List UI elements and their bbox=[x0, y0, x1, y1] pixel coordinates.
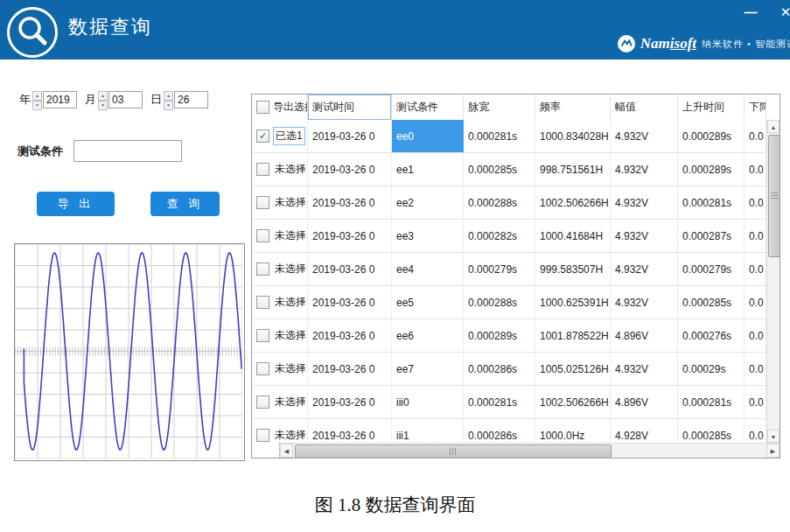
month-up-icon[interactable]: ▲ bbox=[98, 91, 108, 101]
cell-test-time[interactable]: 2019-03-26 0 bbox=[308, 220, 392, 252]
scroll-down-icon[interactable]: ▼ bbox=[767, 430, 780, 443]
cell-frequency[interactable]: 1000.0Hz bbox=[535, 419, 611, 443]
column-header[interactable]: 幅值 bbox=[611, 94, 678, 120]
condition-input[interactable] bbox=[73, 140, 182, 162]
month-field[interactable] bbox=[108, 91, 143, 108]
cell-fall-time[interactable]: 0.0 bbox=[745, 120, 766, 152]
table-row[interactable]: 未选择2019-03-26 0ee60.000289s1001.878522H4… bbox=[252, 319, 766, 353]
row-checkbox[interactable] bbox=[256, 362, 269, 375]
query-button[interactable]: 查 询 bbox=[150, 192, 220, 216]
cell-test-condition[interactable]: iii0 bbox=[392, 386, 464, 418]
cell-rise-time[interactable]: 0.000285s bbox=[678, 286, 745, 318]
cell-test-time[interactable]: 2019-03-26 0 bbox=[308, 120, 392, 152]
cell-amplitude[interactable]: 4.932V bbox=[611, 186, 678, 219]
cell-fall-time[interactable]: 0.0 bbox=[745, 386, 766, 418]
cell-frequency[interactable]: 1005.025126H bbox=[535, 353, 611, 385]
year-field[interactable] bbox=[43, 91, 77, 108]
row-checkbox[interactable] bbox=[256, 262, 269, 276]
cell-pulse-width[interactable]: 0.000282s bbox=[464, 220, 535, 252]
cell-test-condition[interactable]: ee3 bbox=[392, 220, 464, 252]
cell-amplitude[interactable]: 4.932V bbox=[611, 286, 678, 318]
cell-rise-time[interactable]: 0.000276s bbox=[678, 319, 745, 352]
day-down-icon[interactable]: ▼ bbox=[164, 101, 173, 110]
cell-export-select[interactable]: 未选择 bbox=[252, 286, 308, 318]
column-header[interactable]: 上升时间 bbox=[678, 94, 745, 120]
cell-rise-time[interactable]: 0.00029s bbox=[678, 353, 745, 385]
row-checkbox[interactable] bbox=[256, 229, 269, 242]
table-row[interactable]: 未选择2019-03-26 0ee50.000288s1000.625391H4… bbox=[252, 286, 766, 319]
day-field[interactable] bbox=[174, 91, 208, 108]
cell-test-condition[interactable]: iii1 bbox=[392, 419, 464, 443]
column-header[interactable]: 测试时间 bbox=[308, 94, 392, 120]
cell-pulse-width[interactable]: 0.000281s bbox=[464, 386, 535, 418]
cell-fall-time[interactable]: 0.0 bbox=[745, 353, 766, 385]
row-checkbox[interactable] bbox=[256, 329, 269, 342]
cell-export-select[interactable]: 未选择 bbox=[252, 186, 308, 219]
cell-export-select[interactable]: 未选择 bbox=[252, 153, 308, 186]
row-checkbox[interactable] bbox=[256, 396, 269, 409]
cell-amplitude[interactable]: 4.896V bbox=[611, 319, 678, 352]
cell-fall-time[interactable]: 0.0 bbox=[745, 253, 766, 285]
cell-pulse-width[interactable]: 0.000279s bbox=[464, 253, 535, 285]
cell-test-time[interactable]: 2019-03-26 0 bbox=[308, 186, 392, 219]
table-row[interactable]: 未选择2019-03-26 0ee30.000282s1000.41684H4.… bbox=[252, 220, 766, 253]
cell-frequency[interactable]: 1001.878522H bbox=[535, 319, 611, 352]
cell-test-condition[interactable]: ee0 bbox=[392, 120, 464, 152]
cell-rise-time[interactable]: 0.000279s bbox=[678, 253, 745, 285]
cell-amplitude[interactable]: 4.932V bbox=[611, 153, 678, 186]
vertical-scroll-thumb[interactable] bbox=[768, 135, 780, 257]
scroll-up-icon[interactable]: ▲ bbox=[767, 120, 780, 133]
cell-test-time[interactable]: 2019-03-26 0 bbox=[308, 319, 392, 352]
cell-pulse-width[interactable]: 0.000286s bbox=[464, 353, 535, 385]
year-up-icon[interactable]: ▲ bbox=[32, 91, 42, 101]
cell-frequency[interactable]: 998.751561H bbox=[535, 153, 611, 186]
table-row[interactable]: ✓已选12019-03-26 0ee00.000281s1000.834028H… bbox=[252, 120, 766, 153]
cell-frequency[interactable]: 1002.506266H bbox=[535, 386, 611, 418]
table-row[interactable]: 未选择2019-03-26 0ee40.000279s999.583507H4.… bbox=[252, 253, 766, 286]
export-button[interactable]: 导 出 bbox=[37, 192, 115, 216]
cell-pulse-width[interactable]: 0.000286s bbox=[464, 419, 535, 443]
cell-fall-time[interactable]: 0.0 bbox=[745, 220, 766, 252]
cell-test-time[interactable]: 2019-03-26 0 bbox=[308, 153, 392, 186]
cell-export-select[interactable]: 未选择 bbox=[252, 353, 308, 385]
cell-rise-time[interactable]: 0.000289s bbox=[678, 153, 745, 186]
cell-test-time[interactable]: 2019-03-26 0 bbox=[308, 286, 392, 318]
cell-amplitude[interactable]: 4.896V bbox=[611, 386, 678, 418]
cell-amplitude[interactable]: 4.932V bbox=[611, 353, 678, 385]
cell-fall-time[interactable]: 0.0 bbox=[745, 319, 766, 352]
cell-pulse-width[interactable]: 0.000289s bbox=[464, 319, 535, 352]
cell-rise-time[interactable]: 0.000287s bbox=[678, 220, 745, 252]
cell-test-condition[interactable]: ee1 bbox=[392, 153, 464, 186]
column-header[interactable]: 下降时间 bbox=[745, 94, 766, 120]
cell-pulse-width[interactable]: 0.000285s bbox=[464, 153, 535, 186]
row-checkbox[interactable] bbox=[256, 196, 269, 209]
row-checkbox[interactable] bbox=[256, 429, 269, 442]
close-button[interactable]: ✕ bbox=[776, 4, 790, 21]
table-row[interactable]: 未选择2019-03-26 0iii00.000281s1002.506266H… bbox=[252, 386, 766, 419]
cell-test-time[interactable]: 2019-03-26 0 bbox=[308, 419, 392, 443]
select-all-checkbox[interactable] bbox=[256, 101, 269, 114]
cell-export-select[interactable]: 未选择 bbox=[252, 220, 308, 252]
vertical-scrollbar[interactable]: ▲ ▼ bbox=[766, 120, 780, 443]
cell-pulse-width[interactable]: 0.000288s bbox=[464, 286, 535, 318]
minimize-button[interactable]: — bbox=[741, 4, 760, 21]
cell-fall-time[interactable]: 0.0 bbox=[745, 419, 766, 443]
cell-fall-time[interactable]: 0.0 bbox=[745, 286, 766, 318]
month-down-icon[interactable]: ▼ bbox=[98, 101, 108, 110]
cell-frequency[interactable]: 1000.625391H bbox=[535, 286, 611, 318]
cell-frequency[interactable]: 1000.41684H bbox=[535, 220, 611, 252]
cell-amplitude[interactable]: 4.932V bbox=[611, 120, 678, 152]
scroll-right-icon[interactable]: ▶ bbox=[766, 444, 780, 458]
cell-test-condition[interactable]: ee4 bbox=[392, 253, 464, 285]
column-header[interactable]: 脉宽 bbox=[464, 94, 535, 120]
cell-rise-time[interactable]: 0.000285s bbox=[678, 419, 745, 443]
cell-test-condition[interactable]: ee5 bbox=[392, 286, 464, 318]
column-header[interactable]: 频率 bbox=[535, 94, 611, 120]
column-header[interactable]: 测试条件 bbox=[392, 94, 464, 120]
cell-export-select[interactable]: 未选择 bbox=[252, 253, 308, 285]
cell-test-time[interactable]: 2019-03-26 0 bbox=[308, 386, 392, 418]
column-header[interactable]: 导出选择 bbox=[252, 94, 308, 120]
cell-test-condition[interactable]: ee2 bbox=[392, 186, 464, 219]
cell-fall-time[interactable]: 0.0 bbox=[745, 186, 766, 219]
table-row[interactable]: 未选择2019-03-26 0ee70.000286s1005.025126H4… bbox=[252, 353, 766, 386]
